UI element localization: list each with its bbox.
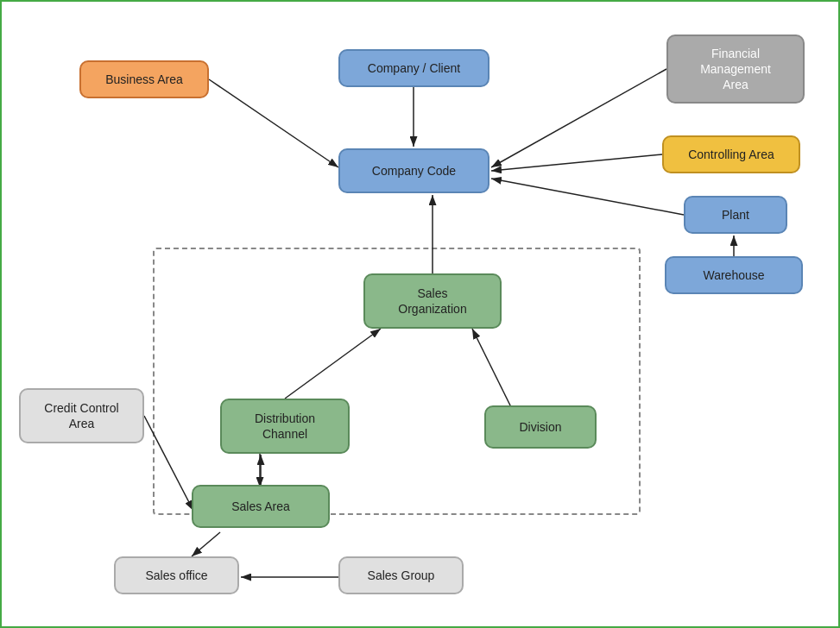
business-area-node: Business Area (79, 60, 209, 98)
plant-node: Plant (684, 196, 787, 234)
sales-group-node: Sales Group (338, 556, 464, 594)
financial-mgmt-node: Financial Management Area (666, 35, 805, 104)
svg-line-2 (491, 69, 666, 167)
credit-control-node: Credit Control Area (19, 388, 144, 443)
company-client-node: Company / Client (338, 49, 489, 87)
svg-line-12 (192, 532, 220, 556)
distribution-channel-node: Distribution Channel (220, 399, 350, 454)
warehouse-node: Warehouse (665, 256, 803, 294)
svg-line-4 (491, 179, 684, 215)
diagram-container: Company / Client Company Code Business A… (0, 0, 840, 628)
controlling-area-node: Controlling Area (662, 135, 800, 173)
sales-office-node: Sales office (114, 556, 239, 594)
svg-line-1 (209, 79, 338, 167)
sales-organization-node: Sales Organization (363, 273, 502, 329)
division-node: Division (484, 405, 597, 449)
company-code-node: Company Code (338, 148, 489, 193)
sales-area-node: Sales Area (192, 485, 330, 528)
svg-line-3 (491, 154, 662, 171)
